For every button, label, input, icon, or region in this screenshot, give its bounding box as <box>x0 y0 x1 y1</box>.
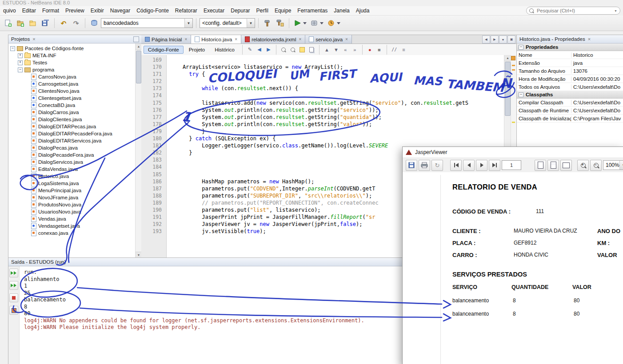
last-edit-icon[interactable]: ✎ <box>246 45 254 54</box>
jasperviewer-titlebar[interactable]: JasperViewer <box>403 147 623 158</box>
tree-item-meta-inf[interactable]: +META-INF <box>8 52 136 59</box>
search-input[interactable] <box>536 8 612 14</box>
tree-item-dialogeditarpecasdefora-java[interactable]: DialogEDITARPecasdeFora.java <box>8 130 136 137</box>
view-c-digo-fonte[interactable]: Código-Fonte <box>144 46 184 54</box>
save-all-button[interactable] <box>40 17 51 29</box>
print-report-button[interactable] <box>419 160 430 171</box>
expand-toggle-icon[interactable]: + <box>18 60 23 65</box>
zoom-in-button[interactable]: + <box>577 160 589 171</box>
scrollbar-thumb[interactable] <box>136 51 141 83</box>
view-projeto[interactable]: Projeto <box>184 46 209 54</box>
section-propriedades[interactable]: −Propriedades <box>517 44 623 51</box>
copy-lines-icon[interactable] <box>308 45 316 54</box>
rerun-button[interactable] <box>9 269 18 277</box>
tree-item-clientesgetset-java[interactable]: Clientesgetset.java <box>8 95 136 102</box>
collapse-toggle-icon[interactable]: − <box>519 92 523 97</box>
tree-item-dialogpecasdefora-java[interactable]: DialogPecasdeFora.java <box>8 151 136 158</box>
menu-format[interactable]: Format <box>39 7 62 15</box>
quick-search[interactable]: ▼ <box>526 7 620 15</box>
rerun-alt-button[interactable] <box>9 281 18 290</box>
menu-depurar[interactable]: Depurar <box>228 7 253 15</box>
menu-exibir[interactable]: Exibir <box>88 7 107 15</box>
tree-item-editavendas-java[interactable]: EditaVendas.java <box>8 166 136 173</box>
tab-p-gina-inicial[interactable]: Página Inicial× <box>141 35 191 44</box>
stop-macro-icon[interactable]: ■ <box>375 45 383 54</box>
tree-item-menuprincipal-java[interactable]: MenuPrincipal.java <box>8 187 136 194</box>
shift-left-icon[interactable]: « <box>341 45 350 54</box>
close-icon[interactable]: × <box>588 36 591 42</box>
fit-width-button[interactable] <box>560 160 572 171</box>
comment-icon[interactable]: // <box>390 45 399 54</box>
db-connection-combo[interactable]: bancodedados ▼ <box>101 18 193 28</box>
tree-item-carrosnovo-java[interactable]: CarrosNovo.java <box>8 73 136 80</box>
next-page-button[interactable] <box>476 160 487 171</box>
tree-item-dialogclientes-java[interactable]: DialogClientes.java <box>8 116 136 123</box>
scroll-up-icon[interactable]: ▲ <box>136 44 142 50</box>
undo-button[interactable]: ↶ <box>58 17 69 29</box>
fit-page-button[interactable] <box>547 160 559 171</box>
shift-right-icon[interactable]: » <box>351 45 359 54</box>
profile-project-button[interactable] <box>326 17 342 29</box>
tree-item-testes[interactable]: +Testes <box>8 59 136 66</box>
build-project-button[interactable] <box>262 17 273 29</box>
find-occurrences-icon[interactable] <box>289 45 297 54</box>
scroll-up-icon[interactable]: ▲ <box>504 55 511 61</box>
menu-editar[interactable]: Editar <box>19 7 39 15</box>
close-tab-icon[interactable]: × <box>184 37 187 42</box>
tree-item-clientesnovo-java[interactable]: ClientesNovo.java <box>8 87 136 95</box>
tree-item-usuariosnovo-java[interactable]: UsuariosNovo.java <box>8 208 136 215</box>
tree-item-dialogeditarservicos-java[interactable]: DialogEDITARServicos.java <box>8 137 136 144</box>
tree-item-novojframe-java[interactable]: NovoJFrame.java <box>8 194 136 201</box>
redo-button[interactable]: ↷ <box>70 17 82 29</box>
actual-size-button[interactable] <box>535 160 546 171</box>
tree-item-vendas-java[interactable]: Vendas.java <box>8 215 136 222</box>
menu-perfil[interactable]: Perfil <box>253 7 272 15</box>
tree-item-programa[interactable]: −programa <box>8 66 136 73</box>
collapse-toggle-icon[interactable]: − <box>519 45 523 50</box>
menu-preview[interactable]: Preview <box>62 7 88 15</box>
menu-ferramentas[interactable]: Ferramentas <box>294 7 331 15</box>
page-number-input[interactable] <box>502 160 521 170</box>
scroll-down-icon[interactable]: ▼ <box>136 252 142 258</box>
first-page-button[interactable] <box>450 160 462 171</box>
last-page-button[interactable] <box>489 160 500 171</box>
find-selection-icon[interactable] <box>280 45 288 54</box>
warning-mark[interactable] <box>512 65 515 66</box>
clean-build-button[interactable] <box>274 17 286 29</box>
collapse-toggle-icon[interactable]: − <box>10 46 15 51</box>
tab-relatoriovenda-jrxml[interactable]: relatoriovenda.jrxml× <box>241 35 305 44</box>
tree-item-conexao-java[interactable]: conexao.java <box>8 229 136 237</box>
view-hist-rico[interactable]: Histórico <box>210 46 239 54</box>
output-extra-button[interactable] <box>9 306 18 315</box>
save-report-button[interactable] <box>406 160 417 171</box>
maximize-window-icon[interactable]: ▣ <box>507 36 515 44</box>
tree-item-pacotes-de-c-digos-fonte[interactable]: −Pacotes de Códigos-fonte <box>8 45 136 52</box>
tree-item-vendasgetset-java[interactable]: Vendasgetset.java <box>8 222 136 229</box>
start-macro-icon[interactable]: ● <box>366 45 374 54</box>
tree-item-dialogpecas-java[interactable]: DialogPecas.java <box>8 144 136 151</box>
tab-scroll-left-icon[interactable]: ◀ <box>482 36 490 44</box>
warning-mark[interactable] <box>512 122 515 123</box>
config-combo[interactable]: <config. default> ▼ <box>200 18 255 28</box>
diff-icon[interactable]: ≡ <box>399 45 408 54</box>
zoom-out-button[interactable]: − <box>590 160 602 171</box>
new-project-button[interactable] <box>15 17 26 29</box>
projects-panel-header[interactable]: Projetos × <box>8 35 142 44</box>
close-tab-icon[interactable]: × <box>299 37 301 42</box>
close-tab-icon[interactable]: × <box>235 37 237 42</box>
minimize-panel-icon[interactable] <box>133 36 139 42</box>
menu-c-digo-fonte[interactable]: Código-Fonte <box>133 7 172 15</box>
tree-item-historico-java[interactable]: Historico.java <box>8 173 136 180</box>
menu-janela[interactable]: Janela <box>331 7 352 15</box>
stop-button[interactable] <box>9 293 18 302</box>
tree-item-dialogcarros-java[interactable]: DialogCarros.java <box>8 109 136 116</box>
tree-item-logasistema-java[interactable]: LogaSistema.java <box>8 180 136 187</box>
previous-page-button[interactable] <box>463 160 475 171</box>
zoom-level-combo[interactable]: 100% ▼ <box>603 160 623 170</box>
run-project-button[interactable] <box>292 17 308 29</box>
close-tab-icon[interactable]: × <box>345 37 348 42</box>
close-icon[interactable]: × <box>32 36 35 42</box>
next-bookmark-icon[interactable]: ▼ <box>332 45 340 54</box>
tab-list-dropdown-icon[interactable]: ▼ <box>499 36 507 44</box>
expand-toggle-icon[interactable]: + <box>18 53 23 58</box>
